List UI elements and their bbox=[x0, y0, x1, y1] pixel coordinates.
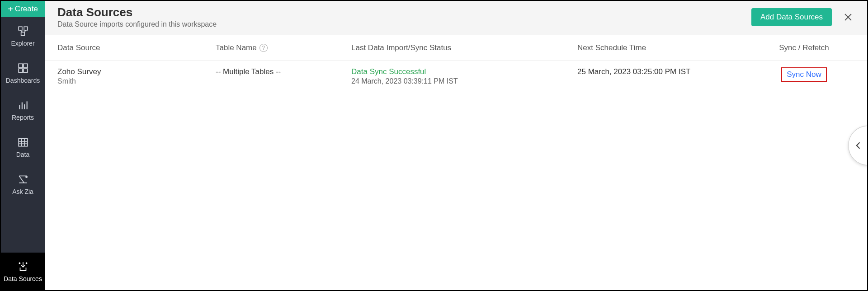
explorer-icon bbox=[17, 25, 29, 37]
svg-rect-7 bbox=[19, 69, 23, 73]
page-header: Data Sources Data Source imports configu… bbox=[45, 1, 867, 35]
svg-rect-8 bbox=[24, 69, 28, 73]
dashboards-icon bbox=[17, 62, 29, 74]
close-button[interactable] bbox=[842, 11, 854, 23]
cell-table-name: -- Multiple Tables -- bbox=[216, 67, 351, 85]
cell-next-schedule: 25 March, 2023 03:25:00 PM IST bbox=[577, 67, 754, 85]
svg-point-19 bbox=[19, 263, 20, 264]
cell-status-text: Data Sync Successful bbox=[351, 67, 577, 76]
th-sync-refetch: Sync / Refetch bbox=[754, 43, 854, 52]
th-data-source: Data Source bbox=[57, 43, 216, 52]
sidebar-item-label: Explorer bbox=[11, 40, 34, 47]
sidebar-item-label: Reports bbox=[12, 114, 34, 121]
sidebar: + Create Explorer Dashboards Reports bbox=[1, 1, 45, 290]
ask-zia-icon bbox=[17, 174, 29, 185]
data-icon bbox=[17, 136, 29, 148]
plus-icon: + bbox=[8, 5, 13, 14]
sidebar-item-label: Data bbox=[16, 151, 30, 158]
svg-rect-1 bbox=[24, 27, 28, 30]
sidebar-item-ask-zia[interactable]: Ask Zia bbox=[1, 165, 45, 202]
create-button-label: Create bbox=[15, 5, 38, 14]
sidebar-item-reports[interactable]: Reports bbox=[1, 91, 45, 128]
th-table-name: Table Name bbox=[216, 43, 257, 52]
main-content: Data Sources Data Source imports configu… bbox=[45, 1, 867, 290]
page-subtitle: Data Source imports configured in this w… bbox=[57, 20, 217, 28]
svg-rect-0 bbox=[19, 27, 22, 30]
reports-icon bbox=[17, 99, 29, 111]
sidebar-item-data-sources[interactable]: Data Sources bbox=[1, 253, 45, 290]
data-source-sub: Smith bbox=[57, 77, 216, 85]
svg-point-18 bbox=[25, 176, 27, 178]
svg-rect-2 bbox=[21, 32, 24, 36]
svg-rect-13 bbox=[19, 138, 28, 146]
chevron-left-icon bbox=[854, 139, 863, 152]
th-last-status: Last Data Import/Sync Status bbox=[351, 43, 577, 52]
svg-rect-6 bbox=[24, 64, 28, 68]
page-title: Data Sources bbox=[57, 5, 217, 19]
table-header-row: Data Source Table Name ? Last Data Impor… bbox=[45, 35, 867, 61]
sidebar-item-label: Data Sources bbox=[4, 275, 42, 283]
svg-point-20 bbox=[26, 263, 27, 264]
help-icon[interactable]: ? bbox=[259, 44, 268, 52]
close-icon bbox=[843, 12, 854, 23]
data-source-name: Zoho Survey bbox=[57, 67, 216, 76]
data-sources-table: Data Source Table Name ? Last Data Impor… bbox=[45, 35, 867, 290]
sync-now-link[interactable]: Sync Now bbox=[781, 67, 827, 82]
sidebar-item-label: Ask Zia bbox=[12, 188, 33, 195]
add-data-sources-button[interactable]: Add Data Sources bbox=[751, 8, 832, 26]
sidebar-item-dashboards[interactable]: Dashboards bbox=[1, 54, 45, 91]
create-button[interactable]: + Create bbox=[1, 1, 45, 17]
sidebar-item-explorer[interactable]: Explorer bbox=[1, 17, 45, 54]
cell-status-time: 24 March, 2023 03:39:11 PM IST bbox=[351, 77, 577, 85]
data-sources-icon bbox=[17, 261, 29, 272]
sidebar-item-data[interactable]: Data bbox=[1, 128, 45, 165]
sidebar-item-label: Dashboards bbox=[6, 77, 40, 84]
svg-rect-5 bbox=[19, 64, 23, 68]
table-row[interactable]: Zoho Survey Smith -- Multiple Tables -- … bbox=[45, 61, 867, 92]
th-next-schedule: Next Schedule Time bbox=[577, 43, 754, 52]
